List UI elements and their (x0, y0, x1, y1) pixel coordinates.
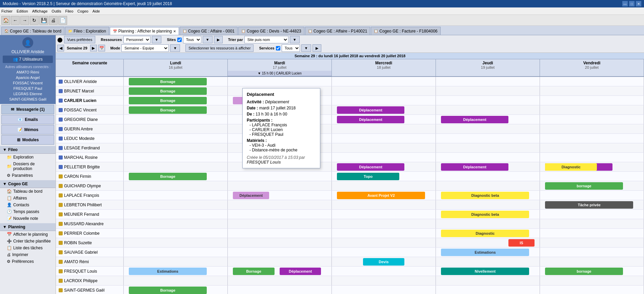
task-block[interactable]: Déplacement (441, 116, 508, 123)
task-block[interactable]: Déplacement (233, 192, 269, 199)
task-block[interactable]: Diagnostic (545, 163, 597, 171)
toolbar-btn-new[interactable]: 📄 (58, 16, 67, 25)
row-day-cell[interactable]: Bornage (124, 105, 228, 114)
toolbar-btn-refresh[interactable]: ↻ (30, 16, 39, 25)
row-day-cell[interactable] (332, 153, 436, 162)
row-day-cell[interactable]: Déplacement (332, 105, 436, 114)
row-day-cell[interactable] (540, 143, 644, 152)
sidebar-planning-header[interactable]: ▼ Planning (0, 223, 56, 231)
sidebar-fileo-header[interactable]: ▼ Fileo (0, 146, 56, 154)
tab-exploration[interactable]: 📁 Fileo : Exploration (65, 27, 109, 35)
row-day-cell[interactable] (540, 248, 644, 257)
services-expand-btn[interactable]: ▼ (301, 44, 311, 52)
row-day-cell[interactable] (228, 172, 332, 181)
sidebar-item-preferences[interactable]: ⚙ Préférences (0, 258, 56, 265)
toolbar-btn-forward[interactable]: → (20, 16, 29, 25)
row-day-cell[interactable] (124, 162, 228, 171)
toolbar-btn-save[interactable]: 💾 (39, 16, 48, 25)
row-day-cell[interactable]: Avant Projet V2 (332, 191, 436, 200)
row-day-cell[interactable]: bornage (540, 267, 644, 276)
services-checkbox[interactable] (276, 46, 280, 50)
menu-edition[interactable]: Edition (17, 9, 28, 13)
task-block[interactable]: Bornage (129, 87, 207, 95)
row-day-cell[interactable] (540, 172, 644, 181)
row-day-cell[interactable] (540, 134, 644, 143)
row-day-cell[interactable] (332, 200, 436, 209)
task-block[interactable]: Devis (363, 258, 404, 266)
row-day-cell[interactable] (124, 257, 228, 266)
sidebar-item-tableau-de-bord[interactable]: 🏠 Tableau de bord (0, 188, 56, 195)
row-day-cell[interactable] (332, 229, 436, 238)
row-day-cell[interactable] (124, 248, 228, 257)
row-day-cell[interactable] (124, 191, 228, 200)
row-day-cell[interactable] (436, 86, 540, 96)
row-day-cell[interactable] (332, 267, 436, 276)
vues-preferees-btn[interactable]: Vues préférées (64, 36, 95, 43)
sidebar-item-affaires[interactable]: 📋 Affaires (0, 195, 56, 202)
row-day-cell[interactable] (228, 276, 332, 285)
row-day-cell[interactable] (228, 257, 332, 266)
row-day-cell[interactable] (228, 219, 332, 228)
tab-affaire-0001[interactable]: 📋 Cogeo GE : Affaire - 0001 (180, 27, 238, 35)
row-day-cell[interactable] (436, 143, 540, 152)
task-block[interactable]: Avant Projet V2 (337, 192, 425, 199)
row-day-cell[interactable] (228, 286, 332, 294)
task-block[interactable]: bornage (545, 182, 623, 190)
row-day-cell[interactable] (332, 124, 436, 133)
row-day-cell[interactable]: Estimations (436, 248, 540, 257)
row-day-cell[interactable]: Déplacement (332, 115, 436, 124)
row-day-cell[interactable]: Bornage (124, 86, 228, 96)
mode-select[interactable]: Semaine - Equipe (121, 44, 169, 52)
task-block[interactable]: Bornage (129, 106, 207, 114)
menu-outils[interactable]: Outils (52, 9, 61, 13)
sidebar-messagerie-btn[interactable]: ✉ Messagerie (1) (1, 105, 54, 114)
row-day-cell[interactable]: Bornage (124, 96, 228, 105)
tab-devis[interactable]: 📋 Cogeo GE : Devis - NE-44823 (238, 27, 304, 35)
row-day-cell[interactable] (436, 153, 540, 162)
row-day-cell[interactable]: Déplacement (228, 191, 332, 200)
row-day-cell[interactable] (228, 229, 332, 238)
row-day-cell[interactable] (540, 153, 644, 162)
row-day-cell[interactable] (332, 210, 436, 219)
sites-go-btn[interactable]: ▶ (214, 36, 223, 43)
row-day-cell[interactable]: DéplacementDiagnostic (540, 162, 644, 171)
row-day-cell[interactable] (332, 134, 436, 143)
task-block[interactable]: Tâche privée (545, 201, 633, 209)
sidebar-item-contacts[interactable]: 👤 Contacts (0, 202, 56, 208)
row-day-cell[interactable] (436, 181, 540, 190)
row-day-cell[interactable]: Topo (332, 172, 436, 181)
row-day-cell[interactable] (124, 124, 228, 133)
task-block[interactable]: Diagnostic beta (441, 192, 529, 199)
row-day-cell[interactable] (332, 276, 436, 285)
row-day-cell[interactable] (436, 96, 540, 105)
row-day-cell[interactable] (124, 210, 228, 219)
toolbar-btn-print[interactable]: 🖨 (49, 16, 58, 25)
ressources-select[interactable]: Personnel (123, 36, 150, 43)
task-block[interactable]: Bornage (233, 268, 274, 275)
row-day-cell[interactable] (228, 248, 332, 257)
toolbar-btn-back[interactable]: ← (11, 16, 20, 25)
sidebar-item-creer-tache[interactable]: ➕ Créer tâche planifiée (0, 238, 56, 245)
row-day-cell[interactable]: Devis (332, 257, 436, 266)
row-day-cell[interactable] (436, 77, 540, 86)
services-select[interactable]: Tous (282, 44, 300, 52)
row-day-cell[interactable]: Déplacement (436, 115, 540, 124)
row-day-cell[interactable] (540, 238, 644, 247)
row-day-cell[interactable] (540, 257, 644, 266)
sidebar-item-parametres[interactable]: ⚙ Paramètres (0, 172, 56, 179)
task-block[interactable]: Estimations (441, 249, 529, 256)
task-block[interactable]: Déplacement (280, 268, 321, 275)
row-day-cell[interactable] (436, 257, 540, 266)
maximize-button[interactable]: □ (629, 1, 635, 6)
row-day-cell[interactable]: Diagnostic beta (436, 191, 540, 200)
tab-affaire-p140021[interactable]: 📋 Cogeo GE : Affaire - P140021 (305, 27, 370, 35)
prev-week-btn[interactable]: ◀ (57, 45, 64, 51)
task-block[interactable]: Déplacement (337, 106, 404, 114)
row-day-cell[interactable] (540, 219, 644, 228)
close-button[interactable]: ✕ (636, 1, 641, 6)
row-day-cell[interactable]: BornageDéplacement (228, 267, 332, 276)
ressources-expand-btn[interactable]: ▼ (152, 36, 162, 43)
select-resources-btn[interactable]: Sélectionner les ressources à afficher (185, 44, 254, 52)
row-day-cell[interactable]: Diagnostic beta (436, 210, 540, 219)
task-block[interactable]: Bornage (129, 97, 207, 104)
